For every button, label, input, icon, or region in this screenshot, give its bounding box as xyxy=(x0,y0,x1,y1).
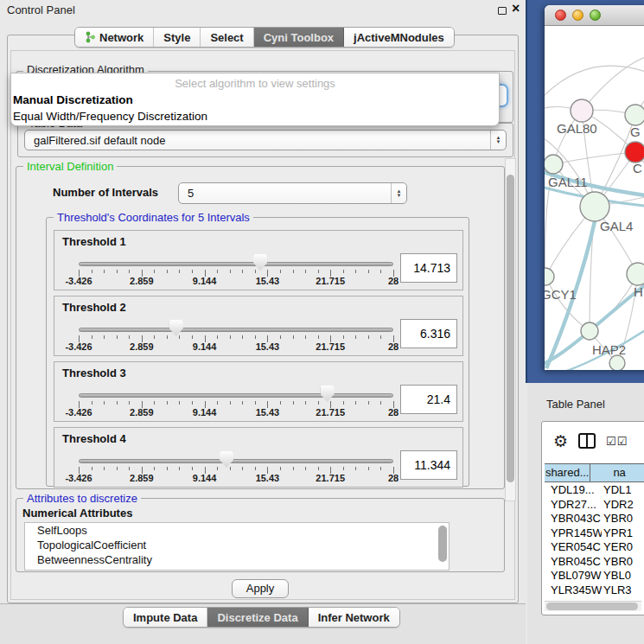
table-row[interactable]: YER054CYER0 xyxy=(545,540,644,555)
cell-name[interactable]: YIL0 xyxy=(602,597,644,598)
slider-track[interactable] xyxy=(79,262,393,266)
threshold-value-field[interactable]: 11.344 xyxy=(400,450,457,480)
cell-shared-name[interactable]: YIL052C xyxy=(545,597,602,598)
tab-impute-data[interactable]: Impute Data xyxy=(124,608,207,627)
cell-shared-name[interactable]: YLR345W xyxy=(545,583,602,598)
cell-name[interactable]: YBR0 xyxy=(602,512,644,526)
attribute-item[interactable]: TopologicalCoefficient xyxy=(25,538,449,552)
table-row[interactable]: YBR043CYBR0 xyxy=(545,512,644,526)
table-data-combo[interactable]: galFiltered.sif default node ▲▼ xyxy=(24,130,507,150)
number-of-intervals-combo[interactable]: 5 ▲▼ xyxy=(178,182,407,204)
slider-tick xyxy=(179,270,180,273)
slider-tick xyxy=(129,335,130,339)
network-node-c[interactable] xyxy=(625,142,644,163)
table-horizontal-scrollbar[interactable] xyxy=(545,601,641,611)
cell-name[interactable]: YDR2 xyxy=(602,498,644,513)
tab-discretize-data[interactable]: Discretize Data xyxy=(207,608,308,627)
slider-tick xyxy=(280,270,281,273)
cell-shared-name[interactable]: YBL079W xyxy=(545,569,602,583)
cell-shared-name[interactable]: YBR045C xyxy=(545,555,602,570)
close-traffic-light-icon[interactable] xyxy=(555,10,566,21)
gear-icon[interactable]: ⚙ xyxy=(553,433,568,450)
cell-shared-name[interactable]: YDR27... xyxy=(545,498,602,513)
cell-shared-name[interactable]: YBR043C xyxy=(545,512,602,526)
zoom-traffic-light-icon[interactable] xyxy=(590,10,601,21)
network-node-hap2[interactable] xyxy=(581,322,598,340)
close-icon[interactable]: × xyxy=(512,1,520,16)
cell-shared-name[interactable]: YDL19... xyxy=(545,483,602,498)
table-row[interactable]: YLR345WYLR3 xyxy=(545,583,644,598)
threshold-value-field[interactable]: 21.4 xyxy=(400,385,457,414)
attribute-item[interactable]: BetweennessCentrality xyxy=(25,552,449,567)
cell-name[interactable]: YDL1 xyxy=(602,483,644,498)
table-row[interactable]: YDL19...YDL1 xyxy=(545,483,644,498)
table-row[interactable]: YBR045CYBR0 xyxy=(545,555,644,570)
apply-button[interactable]: Apply xyxy=(232,579,289,598)
slider-scale-label: 21.715 xyxy=(316,407,345,418)
threshold-value-field[interactable]: 6.316 xyxy=(400,319,457,348)
slider-scale-label: -3.426 xyxy=(65,473,92,483)
table-row[interactable]: YBL079WYBL0 xyxy=(545,569,644,583)
attributes-scrollbar[interactable] xyxy=(438,526,447,567)
dropdown-option-equal-width[interactable]: Equal Width/Frequency Discretization xyxy=(11,108,499,124)
threshold-value-field[interactable]: 14.713 xyxy=(400,253,457,283)
tab-label: Infer Network xyxy=(318,611,390,624)
tab-label: Style xyxy=(163,31,190,44)
slider-thumb[interactable] xyxy=(253,254,267,271)
dropdown-option-manual[interactable]: Manual Discretization xyxy=(11,92,499,108)
slider-track[interactable] xyxy=(79,328,393,332)
cell-shared-name[interactable]: YPR145W xyxy=(545,526,602,541)
attribute-item[interactable]: SelfLoops xyxy=(25,523,449,538)
slider-thumb[interactable] xyxy=(220,451,233,468)
cell-shared-name[interactable]: YER054C xyxy=(545,540,602,555)
minimize-traffic-light-icon[interactable] xyxy=(572,10,583,21)
network-node-gal80[interactable] xyxy=(571,99,593,122)
network-node-h[interactable] xyxy=(627,263,644,285)
network-node-gal11[interactable] xyxy=(545,155,563,174)
checkbox-checked-icon[interactable]: ☑☑ xyxy=(606,436,628,447)
tab-cyni-toolbox[interactable]: Cyni Toolbox xyxy=(254,28,344,47)
slider-track[interactable] xyxy=(79,459,393,463)
float-window-icon[interactable] xyxy=(498,7,507,15)
tab-infer-network[interactable]: Infer Network xyxy=(309,608,399,627)
slider-tick xyxy=(104,270,105,273)
tab-select[interactable]: Select xyxy=(201,28,253,47)
cell-name[interactable]: YPR1 xyxy=(602,526,644,541)
slider-thumb[interactable] xyxy=(169,320,183,336)
slider-tick xyxy=(242,401,243,405)
cell-name[interactable]: YBR0 xyxy=(602,555,644,570)
tab-network[interactable]: Network xyxy=(75,28,154,47)
tab-style[interactable]: Style xyxy=(154,28,201,47)
column-header-name[interactable]: na xyxy=(590,464,644,481)
slider-tick xyxy=(117,335,118,339)
columns-icon[interactable] xyxy=(578,433,596,449)
network-node-label: G xyxy=(630,124,641,139)
network-node-gal4[interactable] xyxy=(580,192,609,221)
table-row[interactable]: YDR27...YDR2 xyxy=(545,498,644,513)
numerical-attributes-list[interactable]: SelfLoopsTopologicalCoefficientBetweenne… xyxy=(24,522,450,571)
slider-tick xyxy=(179,467,180,470)
column-header-shared-name[interactable]: shared... xyxy=(545,464,590,481)
tab-label: Cyni Toolbox xyxy=(264,31,334,44)
cell-name[interactable]: YBL0 xyxy=(602,569,644,583)
network-canvas[interactable]: GAL80GCGAL11GAL4GCY1HHAP2 xyxy=(545,26,644,370)
slider-tick xyxy=(293,467,294,470)
network-graph: GAL80GCGAL11GAL4GCY1HHAP2 xyxy=(545,26,644,370)
table-row[interactable]: YPR145WYPR1 xyxy=(545,526,644,541)
network-node-label: GAL11 xyxy=(548,175,588,189)
slider-tick xyxy=(117,401,118,405)
cell-name[interactable]: YLR3 xyxy=(602,583,644,598)
network-node-gcy1[interactable] xyxy=(545,268,554,285)
network-node-g[interactable] xyxy=(625,105,644,125)
table-row[interactable]: YIL052CYIL0 xyxy=(545,597,644,598)
tab-jactivemnodules[interactable]: jActiveMNodules xyxy=(344,28,454,47)
network-node[interactable] xyxy=(609,355,625,370)
slider-track[interactable] xyxy=(79,393,393,398)
network-window-titlebar[interactable] xyxy=(545,5,644,26)
cell-name[interactable]: YER0 xyxy=(602,540,644,555)
settings-scrollbar[interactable] xyxy=(505,158,516,501)
slider-tick xyxy=(280,335,281,339)
slider-tick xyxy=(242,335,243,339)
top-tab-bar: NetworkStyleSelectCyni ToolboxjActiveMNo… xyxy=(74,27,455,48)
slider-thumb[interactable] xyxy=(321,386,335,402)
